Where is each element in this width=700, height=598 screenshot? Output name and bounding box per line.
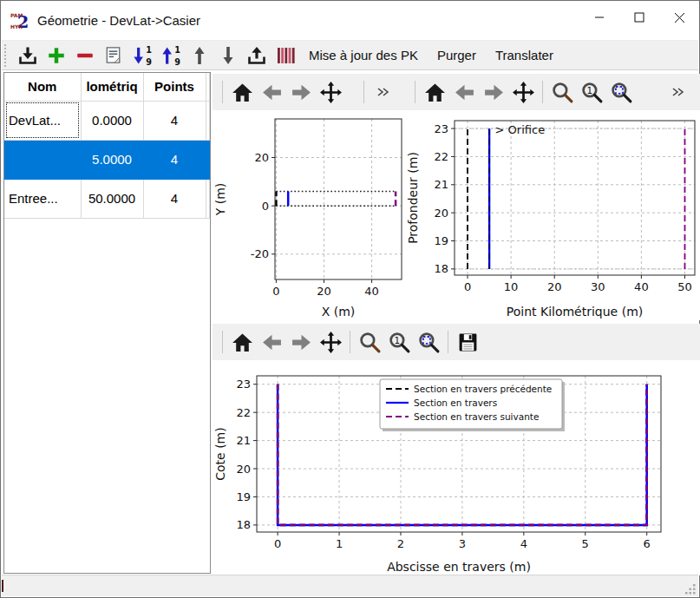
mise-a-jour-pk-button[interactable]: Mise à jour des PK [299,42,428,69]
svg-text:9: 9 [146,56,152,66]
back-button[interactable] [449,77,479,107]
zoom-one-button[interactable]: 1 [577,77,606,107]
back-button[interactable] [257,327,286,357]
svg-text:18: 18 [434,262,448,275]
application-window: PAM 2 HYR Géometrie - DevLat->Casier [0,0,700,598]
svg-text:50: 50 [677,280,692,293]
table-cell[interactable]: 4 [143,140,206,179]
pan-button[interactable] [316,327,345,357]
pan-button[interactable] [316,77,345,107]
update-pk-button[interactable] [271,42,299,69]
svg-text:Abscisse en travers (m): Abscisse en travers (m) [387,560,531,574]
section-plot[interactable]: 0123456181920212223Abscisse en travers (… [213,360,700,575]
column-header-filler [206,73,210,101]
table-cell[interactable]: 4 [143,179,206,218]
translater-button[interactable]: Translater [486,42,563,69]
sort-ascending-icon: 1 9 [131,44,153,67]
home-button[interactable] [227,77,257,107]
remove-button[interactable] [70,42,99,69]
maximize-icon [634,12,644,23]
table-cell[interactable] [4,140,81,179]
svg-text:5: 5 [582,537,589,550]
profile-plot[interactable]: 01020304050181920212223Point Kilométriqu… [405,110,700,320]
plan-nav-toolbar [213,74,405,110]
svg-text:1: 1 [174,45,180,55]
svg-text:Y (m): Y (m) [213,183,227,217]
zoom-rect-button[interactable] [355,327,384,357]
pamhyr-logo-icon: PAM 2 HYR [10,11,30,30]
forward-button[interactable] [286,327,316,357]
minimize-button[interactable] [579,1,619,34]
svg-text:> Orifice: > Orifice [495,123,546,136]
toolbar-edge-mark [2,580,3,592]
svg-text:20: 20 [547,280,562,293]
svg-text:1: 1 [146,45,152,55]
pan-icon [319,331,343,354]
svg-text:1: 1 [394,334,400,345]
forward-icon [291,82,312,103]
column-header-1[interactable]: lométriq [81,73,143,101]
sort-ascending-button[interactable]: 1 9 [128,42,156,69]
home-button[interactable] [420,77,449,107]
more-button[interactable] [664,77,693,107]
close-button[interactable] [659,1,699,34]
move-up-icon [189,44,210,67]
svg-text:23: 23 [236,378,251,391]
pan-icon [512,81,535,104]
maximize-button[interactable] [619,1,659,34]
forward-button[interactable] [286,77,316,107]
table-cell[interactable]: 50.0000 [81,179,143,218]
table-cell[interactable]: Entree... [4,179,81,218]
svg-text:22: 22 [434,150,448,163]
titlebar[interactable]: PAM 2 HYR Géometrie - DevLat->Casier [1,1,699,40]
svg-text:X (m): X (m) [322,305,356,319]
table-cell[interactable]: 5.0000 [81,140,143,179]
edit-button[interactable] [99,42,128,69]
zoom-one-button[interactable]: 1 [384,327,414,357]
table-row[interactable]: Entree...50.00004 [4,179,210,218]
purger-button[interactable]: Purger [428,42,486,69]
svg-text:18: 18 [236,518,251,531]
sort-descending-button[interactable]: 1 9 [156,42,185,69]
back-icon [454,82,475,103]
more-button[interactable] [369,77,398,107]
zoom-fit-button[interactable] [414,327,443,357]
zoom-one-icon: 1 [388,331,411,354]
table-cell[interactable]: 0.0000 [81,101,143,140]
svg-text:Section en travers: Section en travers [414,398,497,408]
svg-text:20: 20 [236,463,251,476]
svg-text:21: 21 [236,434,251,447]
svg-text:HYR: HYR [10,23,23,30]
column-header-0[interactable]: Nom [4,73,81,101]
svg-text:21: 21 [434,178,448,191]
move-down-button[interactable] [213,42,242,69]
column-header-2[interactable]: Points [143,73,206,101]
forward-button[interactable] [479,77,508,107]
add-button[interactable] [42,42,70,69]
section-nav-toolbar: 1 [213,324,700,360]
window-controls [579,1,699,40]
move-up-button[interactable] [185,42,213,69]
zoom-rect-button[interactable] [547,77,577,107]
toolbar-grip[interactable] [4,44,10,67]
import-button[interactable] [13,42,42,69]
svg-text:6: 6 [644,537,651,550]
pan-button[interactable] [508,77,538,107]
table-cell[interactable]: DevLat... [4,101,81,140]
move-down-icon [218,44,239,67]
plan-view-plot[interactable]: 02040-20020X (m)Y (m) [213,110,405,320]
svg-text:20: 20 [434,207,448,220]
home-button[interactable] [227,327,257,357]
back-button[interactable] [257,77,286,107]
table-cell[interactable]: 4 [143,101,206,140]
table-row[interactable]: DevLat...0.00004 [4,101,210,140]
svg-text:0: 0 [464,280,471,293]
svg-text:19: 19 [434,234,448,247]
svg-text:20: 20 [254,151,269,164]
export-button[interactable] [242,42,271,69]
table-row[interactable]: 5.00004 [4,140,210,179]
forward-icon [483,82,505,103]
resize-grip-icon[interactable] [684,582,697,595]
zoom-fit-button[interactable] [606,77,636,107]
save-button[interactable] [453,327,482,357]
